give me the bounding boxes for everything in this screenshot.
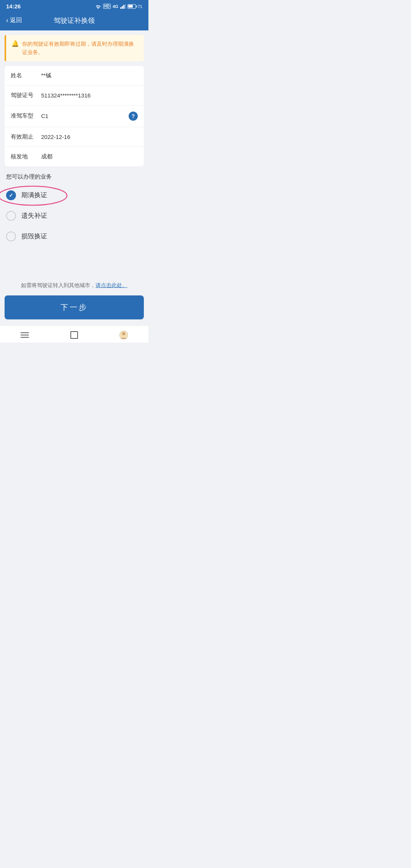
hamburger-nav-icon[interactable] bbox=[20, 330, 29, 340]
value-name: **铖 bbox=[41, 72, 138, 79]
value-license: 511324********1316 bbox=[41, 92, 138, 99]
hd-badge: HD bbox=[103, 4, 111, 9]
home-nav-icon[interactable] bbox=[70, 330, 79, 340]
battery-percent: 71 bbox=[138, 4, 142, 9]
label-expiry: 有效期止 bbox=[11, 133, 41, 140]
radio-label-renewal: 期满换证 bbox=[21, 191, 47, 199]
transfer-link-section: 如需将驾驶证转入到其他城市，请点击此处。 bbox=[6, 281, 142, 289]
back-button[interactable]: ‹ 返回 bbox=[6, 16, 22, 24]
transfer-link[interactable]: 请点击此处。 bbox=[96, 282, 127, 288]
avatar-nav-icon[interactable] bbox=[119, 330, 128, 340]
radio-item-damaged[interactable]: 损毁换证 bbox=[6, 226, 142, 247]
radio-options-group: 期满换证 遗失补证 损毁换证 bbox=[0, 185, 148, 247]
help-icon[interactable]: ? bbox=[129, 112, 138, 121]
radio-label-lost: 遗失补证 bbox=[21, 211, 47, 220]
info-row-name: 姓名 **铖 bbox=[5, 66, 144, 86]
svg-rect-3 bbox=[125, 4, 126, 9]
value-location: 成都 bbox=[41, 153, 138, 160]
svg-rect-1 bbox=[122, 6, 123, 9]
bottom-nav bbox=[0, 326, 148, 343]
status-icons: HD 4G 71 bbox=[95, 4, 142, 9]
signal-icon bbox=[120, 4, 126, 9]
status-bar: 14:26 HD 4G 71 bbox=[0, 0, 148, 12]
app-header: ‹ 返回 驾驶证补换领 bbox=[0, 12, 148, 30]
back-arrow-icon: ‹ bbox=[6, 16, 8, 24]
info-row-location: 核发地 成都 bbox=[5, 147, 144, 166]
label-name: 姓名 bbox=[11, 72, 41, 79]
radio-item-renewal[interactable]: 期满换证 bbox=[6, 185, 142, 206]
label-license: 驾驶证号 bbox=[11, 92, 41, 99]
radio-item-lost[interactable]: 遗失补证 bbox=[6, 206, 142, 226]
signal-4g-1: 4G bbox=[113, 4, 118, 9]
info-card: 姓名 **铖 驾驶证号 511324********1316 准驾车型 C1 ?… bbox=[5, 66, 144, 166]
section-title: 您可以办理的业务 bbox=[6, 173, 142, 180]
transfer-text: 如需将驾驶证转入到其他城市， bbox=[21, 282, 96, 288]
warning-icon: 🔔 bbox=[11, 40, 19, 47]
svg-rect-2 bbox=[123, 5, 124, 9]
next-button[interactable]: 下一步 bbox=[5, 295, 144, 319]
avatar-icon bbox=[119, 330, 128, 340]
info-row-expiry: 有效期止 2022-12-16 bbox=[5, 127, 144, 147]
page-title: 驾驶证补换领 bbox=[54, 16, 95, 25]
back-label: 返回 bbox=[10, 16, 22, 24]
label-vehicle-type: 准驾车型 bbox=[11, 112, 41, 120]
value-expiry: 2022-12-16 bbox=[41, 134, 138, 140]
radio-label-damaged: 损毁换证 bbox=[21, 232, 47, 241]
wifi-icon bbox=[95, 4, 101, 9]
value-vehicle-type: C1 bbox=[41, 113, 129, 119]
battery-icon bbox=[127, 4, 136, 9]
radio-circle-damaged[interactable] bbox=[6, 231, 16, 241]
info-row-license: 驾驶证号 511324********1316 bbox=[5, 86, 144, 105]
svg-point-6 bbox=[122, 332, 126, 335]
info-row-vehicle-type: 准驾车型 C1 ? bbox=[5, 105, 144, 127]
svg-rect-0 bbox=[120, 7, 121, 9]
warning-text: 你的驾驶证有效期即将过期，请及时办理期满换证业务。 bbox=[22, 40, 139, 57]
radio-circle-renewal[interactable] bbox=[6, 190, 16, 200]
status-time: 14:26 bbox=[6, 3, 21, 10]
warning-banner: 🔔 你的驾驶证有效期即将过期，请及时办理期满换证业务。 bbox=[5, 35, 144, 61]
label-location: 核发地 bbox=[11, 153, 41, 160]
radio-circle-lost[interactable] bbox=[6, 211, 16, 221]
